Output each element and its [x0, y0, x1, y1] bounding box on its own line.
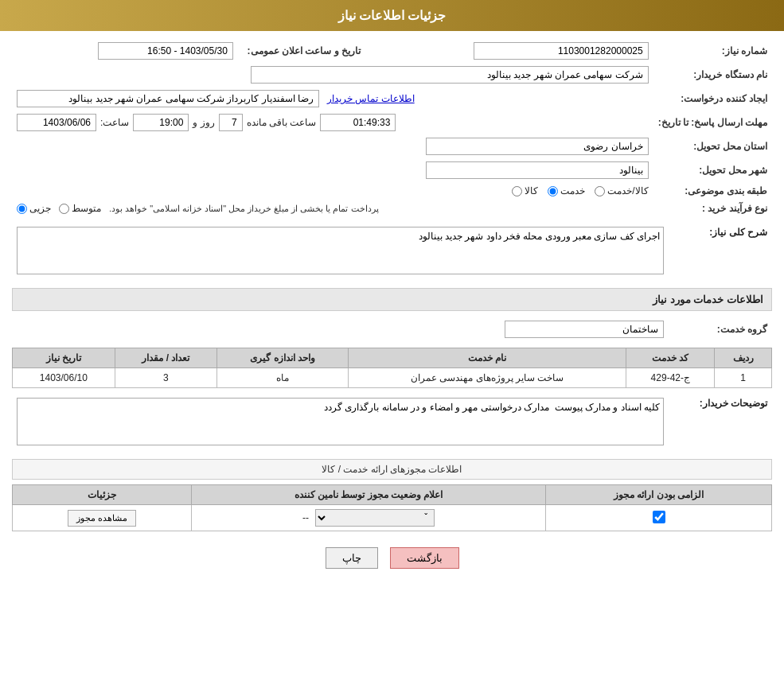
button-row: بازگشت چاپ	[12, 547, 772, 569]
buyer-org-label: نام دستگاه خریدار:	[653, 63, 772, 87]
purchase-mootaset-item: متوسط	[59, 203, 101, 214]
view-license-button[interactable]: مشاهده مجوز	[68, 510, 136, 527]
table-row: 1 ج-42-429 ساخت سایر پروژه‌های مهندسی عم…	[13, 368, 772, 388]
col-code: کد خدمت	[626, 348, 715, 368]
province-input	[426, 138, 649, 155]
province-label: استان محل تحویل:	[653, 134, 772, 158]
category-kala-item: کالا	[512, 185, 538, 196]
category-kala-radio[interactable]	[512, 186, 522, 196]
description-value-area: اجرای کف سازی معبر ورودی محله فخر داود ش…	[12, 224, 669, 280]
category-label: طبقه بندی موضوعی:	[653, 182, 772, 200]
category-khadamat-item: خدمت	[548, 185, 585, 196]
col-row: ردیف	[715, 348, 772, 368]
row-quantity: 3	[115, 368, 217, 388]
licenses-table: الزامی بودن ارائه مجوز اعلام وضعیت مجوز …	[12, 484, 772, 531]
page-wrapper: جزئیات اطلاعات نیاز شماره نیاز: تاریخ و …	[0, 0, 784, 696]
category-kala-khadamat-item: کالا/خدمت	[595, 185, 648, 196]
mandatory-checkbox[interactable]	[653, 511, 665, 523]
col-date: تاریخ نیاز	[13, 348, 115, 368]
creator-value: اطلاعات تماس خریدار	[12, 87, 653, 111]
form-table-main: شماره نیاز: تاریخ و ساعت اعلان عمومی: نا…	[12, 39, 772, 217]
deadline-label: مهلت ارسال پاسخ: تا تاریخ:	[653, 111, 772, 134]
purchase-type-label: نوع فرآیند خرید :	[653, 200, 772, 217]
deadline-days-input	[219, 114, 243, 131]
service-group-input	[505, 321, 664, 338]
purchase-mootaset-text: متوسط	[72, 203, 101, 214]
purchase-type-row: پرداخت تمام یا بخشی از مبلغ خریداز محل "…	[12, 200, 653, 217]
need-number-value	[365, 39, 653, 63]
perm-details: مشاهده مجوز	[13, 505, 192, 531]
perm-notify: ˇ --	[192, 505, 546, 531]
service-group-label: گروه خدمت:	[669, 317, 772, 341]
row-name: ساخت سایر پروژه‌های مهندسی عمران	[348, 368, 626, 388]
deadline-date-input	[17, 114, 96, 131]
buyer-org-value	[12, 63, 653, 87]
category-kala-khadamat-radio[interactable]	[595, 186, 605, 196]
city-value	[12, 158, 653, 182]
remain-label: ساعت باقی مانده	[247, 117, 317, 128]
perm-col-mandatory: الزامی بودن ارائه مجوز	[546, 485, 772, 505]
announce-input	[98, 42, 233, 60]
buyer-notes-row: توضیحات خریدار: کلیه اسناد و مدارک پیوست…	[12, 395, 772, 451]
row-date: 1403/06/10	[13, 368, 115, 388]
notify-select[interactable]: ˇ	[315, 509, 435, 527]
deadline-remain-input	[320, 114, 396, 131]
perm-col-details: جزئیات	[13, 485, 192, 505]
back-button[interactable]: بازگشت	[390, 547, 459, 569]
page-title: جزئیات اطلاعات نیاز	[0, 0, 784, 31]
creator-label: ایجاد کننده درخواست:	[653, 87, 772, 111]
buyer-org-input	[251, 66, 649, 84]
city-input	[426, 161, 649, 179]
description-label: شرح کلی نیاز:	[669, 224, 772, 241]
perm-mandatory	[546, 505, 772, 531]
category-khadamat-radio[interactable]	[548, 186, 558, 196]
category-kala-khadamat-text: کالا/خدمت	[607, 185, 648, 196]
category-khadamat-text: خدمت	[560, 185, 585, 196]
col-name: نام خدمت	[348, 348, 626, 368]
service-group-table: گروه خدمت:	[12, 317, 772, 341]
print-button[interactable]: چاپ	[326, 547, 378, 569]
need-number-input[interactable]	[474, 42, 649, 60]
announce-value	[12, 39, 238, 63]
purchase-type-note: پرداخت تمام یا بخشی از مبلغ خریداز محل "…	[109, 204, 379, 214]
purchase-jozii-text: جزیی	[29, 203, 51, 214]
announce-label: تاریخ و ساعت اعلان عمومی:	[238, 39, 365, 63]
purchase-jozii-radio[interactable]	[17, 204, 27, 214]
row-code: ج-42-429	[626, 368, 715, 388]
description-textarea[interactable]: اجرای کف سازی معبر ورودی محله فخر داود ش…	[17, 227, 664, 274]
row-index: 1	[715, 368, 772, 388]
notify-value: --	[302, 512, 309, 523]
need-number-label: شماره نیاز:	[653, 39, 772, 63]
perm-table-row: ˇ -- مشاهده مجوز	[13, 505, 772, 531]
description-row: شرح کلی نیاز: اجرای کف سازی معبر ورودی م…	[12, 224, 772, 280]
row-unit: ماه	[217, 368, 349, 388]
deadline-time-input	[133, 114, 189, 131]
purchase-jozii-item: جزیی	[17, 203, 51, 214]
creator-link[interactable]: اطلاعات تماس خریدار	[327, 93, 415, 104]
creator-input	[17, 90, 319, 107]
purchase-mootaset-radio[interactable]	[59, 204, 69, 214]
perm-col-notify: اعلام وضعیت مجوز توسط نامین کننده	[192, 485, 546, 505]
licenses-section-title: اطلاعات مجوزهای ارائه خدمت / کالا	[12, 459, 772, 480]
time-label: ساعت:	[100, 117, 129, 128]
deadline-row: ساعت باقی مانده روز و ساعت:	[12, 111, 653, 134]
buyer-notes-label: توضیحات خریدار:	[669, 395, 772, 412]
province-value	[12, 134, 653, 158]
days-label: روز و	[193, 117, 214, 128]
services-data-table: ردیف کد خدمت نام خدمت واحد اندازه گیری ت…	[12, 348, 772, 388]
content-area: شماره نیاز: تاریخ و ساعت اعلان عمومی: نا…	[0, 31, 784, 593]
col-unit: واحد اندازه گیری	[217, 348, 349, 368]
services-section-title: اطلاعات خدمات مورد نیاز	[12, 288, 772, 311]
category-row: کالا/خدمت خدمت کالا	[12, 182, 653, 200]
buyer-notes-area: کلیه اسناد و مدارک پیوست مدارک درخواستی …	[12, 395, 669, 451]
col-quantity: تعداد / مقدار	[115, 348, 217, 368]
buyer-notes-textarea[interactable]: کلیه اسناد و مدارک پیوست مدارک درخواستی …	[17, 398, 664, 445]
city-label: شهر محل تحویل:	[653, 158, 772, 182]
category-kala-text: کالا	[525, 185, 538, 196]
service-group-value	[12, 317, 669, 341]
